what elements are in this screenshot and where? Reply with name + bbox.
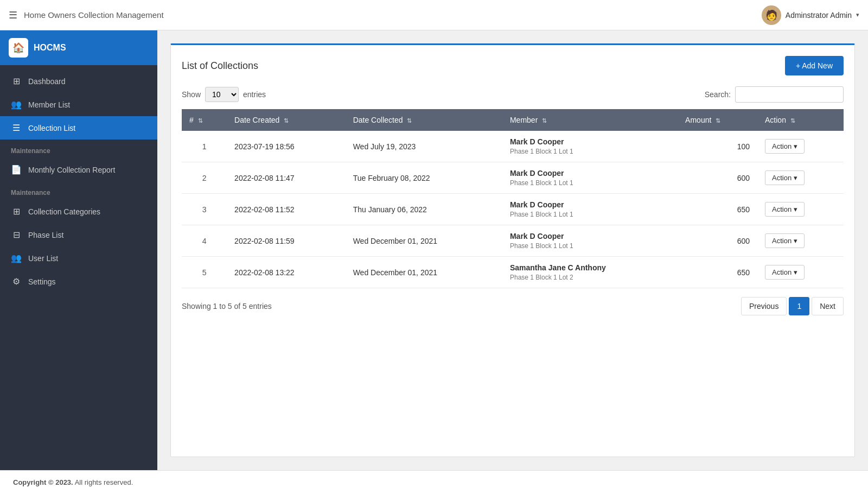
action-button[interactable]: Action ▾: [765, 139, 805, 154]
user-list-icon: 👥: [11, 253, 22, 263]
search-label: Search:: [705, 90, 731, 99]
cell-num: 5: [182, 257, 227, 288]
sidebar-item-label: Collection Categories: [28, 207, 100, 216]
collection-list-icon: ☰: [11, 123, 22, 133]
table-row: 2 2022-02-08 11:47 Tue February 08, 2022…: [182, 162, 844, 194]
brand-name: HOCMS: [34, 43, 66, 53]
table-row: 5 2022-02-08 13:22 Wed December 01, 2021…: [182, 257, 844, 288]
cell-date-collected: Wed December 01, 2021: [346, 225, 502, 257]
sidebar-item-collection-categories[interactable]: ⊞ Collection Categories: [0, 200, 157, 223]
col-member[interactable]: Member ⇅: [502, 109, 678, 131]
sidebar-item-label: Phase List: [28, 231, 63, 239]
sidebar-section-maintenance-1: Maintenance: [0, 140, 157, 158]
search-input[interactable]: [735, 86, 844, 103]
col-date-collected[interactable]: Date Collected ⇅: [346, 109, 502, 131]
avatar: 🧑: [762, 5, 781, 25]
cell-date-collected: Tue February 08, 2022: [346, 162, 502, 194]
sidebar-section-maintenance-2: Maintenance: [0, 181, 157, 200]
settings-icon: ⚙: [11, 276, 22, 287]
table-controls: Show 10 25 50 100 entries Search:: [182, 86, 844, 103]
footer-copyright: Copyright © 2023.: [13, 478, 73, 486]
topbar-right: 🧑 Adminstrator Admin ▾: [762, 5, 859, 25]
table-body: 1 2023-07-19 18:56 Wed July 19, 2023 Mar…: [182, 131, 844, 288]
phase-list-icon: ⊟: [11, 230, 22, 240]
sidebar-nav: ⊞ Dashboard 👥 Member List ☰ Collection L…: [0, 65, 157, 297]
member-name: Samantha Jane C Anthony: [510, 263, 670, 272]
topbar-left: ☰ Home Owners Collection Management: [9, 9, 164, 21]
action-button[interactable]: Action ▾: [765, 265, 805, 280]
collection-categories-icon: ⊞: [11, 206, 22, 217]
col-action[interactable]: Action ⇅: [757, 109, 844, 131]
member-name: Mark D Cooper: [510, 137, 670, 146]
col-num[interactable]: # ⇅: [182, 109, 227, 131]
page-card: List of Collections + Add New Show 10 25…: [170, 43, 855, 457]
cell-action: Action ▾: [757, 257, 844, 288]
sidebar-item-phase-list[interactable]: ⊟ Phase List: [0, 223, 157, 246]
col-amount[interactable]: Amount ⇅: [678, 109, 757, 131]
entries-select[interactable]: 10 25 50 100: [205, 87, 239, 102]
topbar-title: Home Owners Collection Management: [24, 10, 164, 20]
sidebar-item-settings[interactable]: ⚙ Settings: [0, 270, 157, 293]
cell-num: 1: [182, 131, 227, 162]
sidebar-brand: 🏠 HOCMS: [0, 30, 157, 65]
sidebar-item-label: User List: [28, 254, 58, 263]
member-address: Phase 1 Block 1 Lot 1: [510, 148, 670, 155]
action-button[interactable]: Action ▾: [765, 202, 805, 217]
member-address: Phase 1 Block 1 Lot 1: [510, 242, 670, 250]
cell-member: Mark D Cooper Phase 1 Block 1 Lot 1: [502, 131, 678, 162]
card-header: List of Collections + Add New: [182, 56, 844, 75]
cell-action: Action ▾: [757, 162, 844, 194]
footer-rights: All rights reserved.: [75, 478, 133, 486]
admin-name: Adminstrator Admin: [786, 11, 852, 20]
sidebar-item-monthly-collection-report[interactable]: 📄 Monthly Collection Report: [0, 158, 157, 181]
previous-button[interactable]: Previous: [741, 297, 787, 315]
sidebar-item-collection-list[interactable]: ☰ Collection List: [0, 116, 157, 140]
member-name: Mark D Cooper: [510, 232, 670, 240]
page-1-button[interactable]: 1: [789, 297, 809, 315]
cell-member: Samantha Jane C Anthony Phase 1 Block 1 …: [502, 257, 678, 288]
member-name: Mark D Cooper: [510, 169, 670, 178]
add-new-button[interactable]: + Add New: [785, 56, 844, 75]
cell-amount: 100: [678, 131, 757, 162]
data-table: # ⇅ Date Created ⇅ Date Collected ⇅ Memb…: [182, 109, 844, 288]
sidebar-item-member-list[interactable]: 👥 Member List: [0, 93, 157, 116]
cell-amount: 600: [678, 162, 757, 194]
sidebar-item-label: Settings: [28, 277, 56, 286]
table-header: # ⇅ Date Created ⇅ Date Collected ⇅ Memb…: [182, 109, 844, 131]
dashboard-icon: ⊞: [11, 76, 22, 86]
sidebar-item-user-list[interactable]: 👥 User List: [0, 246, 157, 270]
cell-member: Mark D Cooper Phase 1 Block 1 Lot 1: [502, 225, 678, 257]
layout: 🏠 HOCMS ⊞ Dashboard 👥 Member List ☰ Coll…: [0, 30, 868, 470]
topbar: ☰ Home Owners Collection Management 🧑 Ad…: [0, 0, 868, 30]
member-address: Phase 1 Block 1 Lot 2: [510, 274, 670, 281]
brand-icon: 🏠: [9, 38, 28, 58]
cell-amount: 650: [678, 194, 757, 225]
show-label: Show: [182, 90, 201, 99]
cell-date-created: 2023-07-19 18:56: [227, 131, 346, 162]
main-content: List of Collections + Add New Show 10 25…: [157, 30, 868, 470]
member-list-icon: 👥: [11, 99, 22, 110]
cell-action: Action ▾: [757, 131, 844, 162]
sidebar-item-dashboard[interactable]: ⊞ Dashboard: [0, 69, 157, 93]
member-address: Phase 1 Block 1 Lot 1: [510, 211, 670, 218]
cell-date-created: 2022-02-08 11:52: [227, 194, 346, 225]
member-address: Phase 1 Block 1 Lot 1: [510, 179, 670, 187]
cell-date-created: 2022-02-08 11:47: [227, 162, 346, 194]
report-icon: 📄: [11, 164, 22, 175]
cell-date-collected: Wed December 01, 2021: [346, 257, 502, 288]
col-date-created[interactable]: Date Created ⇅: [227, 109, 346, 131]
cell-date-collected: Wed July 19, 2023: [346, 131, 502, 162]
action-button[interactable]: Action ▾: [765, 233, 805, 248]
sidebar-item-label: Collection List: [28, 124, 75, 132]
action-button[interactable]: Action ▾: [765, 170, 805, 185]
next-button[interactable]: Next: [812, 297, 844, 315]
hamburger-icon[interactable]: ☰: [9, 9, 17, 21]
cell-date-collected: Thu January 06, 2022: [346, 194, 502, 225]
cell-member: Mark D Cooper Phase 1 Block 1 Lot 1: [502, 194, 678, 225]
sidebar-item-label: Member List: [28, 100, 70, 109]
cell-num: 4: [182, 225, 227, 257]
show-entries: Show 10 25 50 100 entries: [182, 87, 266, 102]
user-dropdown-caret[interactable]: ▾: [856, 11, 859, 18]
member-name: Mark D Cooper: [510, 200, 670, 209]
cell-action: Action ▾: [757, 225, 844, 257]
